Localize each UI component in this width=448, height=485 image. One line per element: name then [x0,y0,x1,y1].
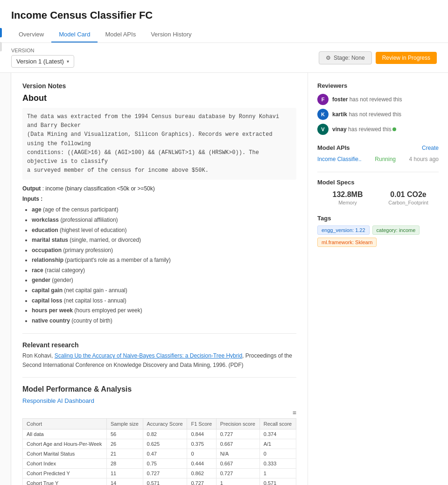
tag: category: income [372,225,420,235]
avatar: V [317,124,329,135]
version-label: VERSION [11,48,74,53]
col-recall: Recall score [259,418,296,429]
col-precision: Precision score [216,418,259,429]
list-item: gender (gender) [32,275,296,286]
carbon-label: Carbon_Footprint [378,200,439,205]
research-title: Relevant research [22,341,296,349]
reviewers-title: Reviewers [317,82,439,89]
list-item: age (age of the census participant) [32,205,296,215]
list-item: capital gain (net capital gain - annual) [32,286,296,296]
table-row: Cohort Predicted Y110.7270.8620.7271 [23,468,296,478]
memory-spec: 132.8MB Memory [317,190,378,205]
output-label: Output [22,185,41,192]
col-cohort: Cohort [23,418,107,429]
chevron-down-icon: ▾ [67,59,69,64]
performance-table: Cohort Sample size Accuracy Score F1 Sco… [22,418,296,485]
list-item: education (highest level of education) [32,225,296,236]
review-button[interactable]: Review in Progress [376,52,437,64]
model-specs-title: Model Specs [317,179,439,186]
about-label: About [22,93,296,103]
version-actions: ⚙ Stage: None Review in Progress [319,51,437,64]
model-performance-title: Model Performance & Analysis [22,385,296,394]
api-status: Running [375,156,396,162]
create-api-link[interactable]: Create [422,145,439,151]
table-row: Cohort True Y140.5710.72710.571 [23,478,296,485]
inputs-label: Inputs : [22,196,296,202]
reviewer-item: F foster has not reviewed this [317,94,439,105]
avatar: K [317,109,329,120]
tab-navigation: Overview Model Card Model APIs Version H… [11,27,437,42]
output-line: Output : income (binary classification <… [22,185,296,192]
research-text: Ron Kohavi, Scaling Up the Accuracy of N… [22,351,296,369]
table-menu-icon[interactable]: ≡ [293,409,296,416]
api-item: Income Classifie.. Running 4 hours ago [317,156,439,162]
tags-title: Tags [317,215,439,222]
table-row: Cohort Age and Hours-Per-Week260.6250.37… [23,439,296,449]
research-text-before: Ron Kohavi, [22,352,55,359]
list-item: capital loss (net capital loss - annual) [32,296,296,306]
version-selector[interactable]: Version 1 (Latest) ▾ [11,55,74,68]
tab-model-apis[interactable]: Model APIs [98,27,143,42]
version-value: Version 1 (Latest) [16,58,64,65]
nav-indicator [0,28,2,37]
carbon-value: 0.01 CO2e [378,190,439,199]
col-f1: F1 Score [187,418,216,429]
research-link[interactable]: Scaling Up the Accuracy of Naive-Bayes C… [55,352,242,359]
api-time: 4 hours ago [409,156,439,162]
memory-value: 132.8MB [317,190,378,199]
reviewer-item: V vinay has reviewed this [317,124,439,135]
col-accuracy: Accuracy Score [143,418,187,429]
inputs-list: age (age of the census participant) work… [22,205,296,326]
page-title: Income Census Classifier FC [11,9,437,21]
memory-label: Memory [317,200,378,205]
list-item: relationship (participant's role as a me… [32,255,296,266]
reviewer-name: kartik has not reviewed this [332,111,401,118]
list-item: occupation (primary profession) [32,246,296,256]
specs-grid: 132.8MB Memory 0.01 CO2e Carbon_Footprin… [317,190,439,205]
carbon-spec: 0.01 CO2e Carbon_Footprint [378,190,439,205]
tag: engg_version: 1.22 [317,225,370,235]
list-item: workclass (professional affiliation) [32,215,296,225]
reviewer-item: K kartik has not reviewed this [317,109,439,120]
left-panel: Version Notes About The data was extract… [11,73,308,485]
model-apis-header: Model APIs Create [317,144,439,151]
list-item: native country (country of birth) [32,316,296,326]
table-row: Cohort Index280.750.4440.6670.333 [23,458,296,468]
tag: ml.framework: Sklearn [317,238,377,247]
about-text: The data was extracted from the 1994 Cen… [22,108,296,180]
reviewer-name: foster has not reviewed this [332,96,402,103]
version-notes-label: Version Notes [22,82,296,90]
stage-icon: ⚙ [326,55,331,61]
list-item: race (racial category) [32,266,296,276]
tags-section: Tags engg_version: 1.22category: incomem… [317,215,439,247]
avatar: F [317,94,329,105]
tab-overview[interactable]: Overview [11,27,51,42]
table-row: All data560.820.8440.7270.374 [23,429,296,439]
api-name[interactable]: Income Classifie.. [317,156,362,162]
tab-version-history[interactable]: Version History [143,27,199,42]
table-row: Cohort Marital Status210.470N/A0 [23,449,296,458]
output-value: : income (binary classification <50k or … [41,185,154,192]
right-panel: Reviewers F foster has not reviewed this… [308,73,448,485]
model-apis-title: Model APIs [317,144,350,151]
reviewers-section: Reviewers F foster has not reviewed this… [317,82,439,135]
list-item: marital status (single, married, or divo… [32,235,296,246]
tags-container: engg_version: 1.22category: incomeml.fra… [317,225,439,247]
col-sample-size: Sample size [106,418,143,429]
list-item: hours per week (hours employed per week) [32,306,296,316]
tab-model-card[interactable]: Model Card [51,27,98,42]
nav-indicator-2 [0,42,2,51]
reviewer-name: vinay has reviewed this [332,126,396,133]
model-apis-section: Model APIs Create Income Classifie.. Run… [317,144,439,162]
stage-button[interactable]: ⚙ Stage: None [319,51,372,64]
model-specs-section: Model Specs 132.8MB Memory 0.01 CO2e Car… [317,172,439,205]
responsible-ai-dashboard-link[interactable]: Responsible AI Dashboard [22,397,296,404]
left-nav [0,73,11,485]
version-bar: VERSION Version 1 (Latest) ▾ ⚙ Stage: No… [0,43,448,73]
table-header-row: ≡ [22,409,296,416]
